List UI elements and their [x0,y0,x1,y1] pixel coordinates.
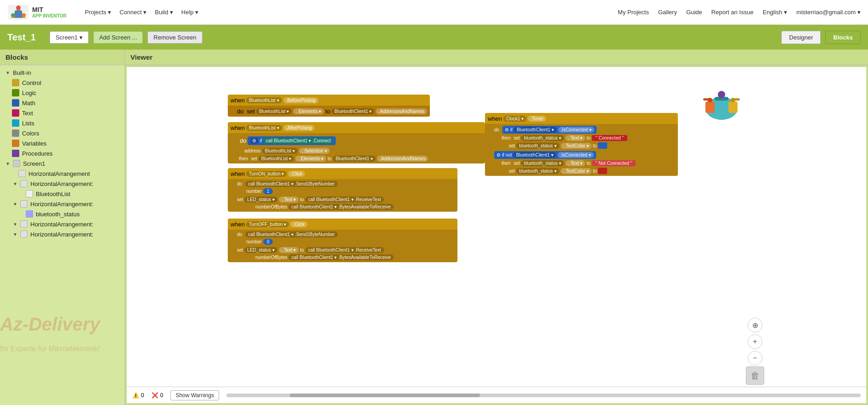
sidebar: Blocks ▼ Built-in Control Logic Math [0,50,125,405]
logo-text: MIT APP INVENTOR [32,6,67,18]
ha3-label: HorizontalArrangement: [30,201,93,208]
screen1-expand-icon: ▼ [5,160,11,167]
error-icon: ❌ [152,392,158,399]
zoom-reset-button[interactable]: ⊕ [748,318,762,332]
nav-links: Projects ▾ Connect ▾ Build ▾ Help ▾ [85,9,609,16]
sidebar-item-procedures[interactable]: Procedures [9,148,123,158]
sidebar-builtin-toggle[interactable]: ▼ Built-in [2,68,123,78]
warning-icon: ⚠️ [132,392,139,399]
horizontal-scrollbar[interactable] [226,394,861,397]
zoom-out-button[interactable]: − [748,351,762,366]
remove-screen-button[interactable]: Remove Screen [147,31,202,44]
viewer-canvas[interactable]: when BluetoothList ▾ .BeforePicking do s… [127,67,866,403]
nav-user[interactable]: misterriao@gmail.com ▾ [796,9,861,16]
nav-right: My Projects Gallery Guide Report an Issu… [618,9,861,16]
nav-guide[interactable]: Guide [686,9,702,16]
sidebar-ha2-toggle[interactable]: ▼ HorizontalArrangement: [9,179,123,189]
sidebar-item-lists[interactable]: Lists [9,118,123,128]
sidebar-item-logic[interactable]: Logic [9,88,123,98]
svg-point-13 [718,91,725,98]
svg-point-5 [22,13,26,17]
sidebar-header: Blocks [0,50,124,65]
ha4-icon [20,220,28,228]
ha5-expand-icon: ▼ [12,231,18,237]
trash-button[interactable]: 🗑 [746,366,764,385]
viewer-header: Viewer [125,50,868,65]
block-after-picking[interactable]: when BluetoothList ▾ .AfterPicking do ⚙ … [228,122,485,163]
screen1-label: Screen1 [23,160,45,167]
block-before-picking[interactable]: when BluetoothList ▾ .BeforePicking do s… [228,95,430,117]
blocks-inner: when BluetoothList ▾ .BeforePicking do s… [127,67,770,388]
sidebar-screen1-toggle[interactable]: ▼ Screen1 [2,158,123,169]
nav-my-projects[interactable]: My Projects [618,9,649,16]
sidebar-item-text[interactable]: Text [9,108,123,118]
warnings-badge: ⚠️ 0 [132,392,144,399]
project-title: Test_1 [7,32,36,43]
text-label: Text [22,110,33,117]
ha3-icon [20,200,28,208]
nav-language[interactable]: English ▾ [763,9,787,16]
logic-icon [12,89,19,96]
bt-list-icon [26,190,33,197]
blocks-button[interactable]: Blocks [825,31,861,44]
ha5-icon [20,231,28,238]
block-clock-timer[interactable]: when Clock1 ▾ .Timer do ⚙ if BluetoothCl… [485,113,678,176]
ha2-label: HorizontalArrangement: [30,180,93,187]
nav-report-issue[interactable]: Report an Issue [711,9,754,16]
blocks-workspace[interactable]: when BluetoothList ▾ .BeforePicking do s… [127,67,866,403]
sidebar-ha5[interactable]: ▼ HorizontalArrangement: [9,229,123,239]
svg-rect-10 [728,101,738,113]
app-logo-image [701,81,742,122]
zoom-in-button[interactable]: + [748,334,762,349]
procedures-label: Procedures [22,150,52,157]
designer-button[interactable]: Designer [781,31,821,44]
math-icon [12,99,19,107]
logo: MIT APP INVENTOR [7,1,67,23]
bottom-bar: ⚠️ 0 ❌ 0 Show Warnings [127,387,866,403]
ha3-children: bluetooth_status [17,209,123,219]
sidebar-bluetooth-list[interactable]: BluetoothList [17,189,123,199]
add-screen-button[interactable]: Add Screen ... [93,31,143,44]
svg-point-4 [11,13,15,17]
svg-rect-9 [705,101,715,113]
zoom-controls: ⊕ + − [748,318,762,366]
block-turnoff[interactable]: when TurnOFF_button ▾ .Click do call Blu… [228,219,457,262]
sidebar-builtin-label: Built-in [13,69,31,76]
nav-gallery[interactable]: Gallery [658,9,677,16]
errors-badge: ❌ 0 [152,392,163,399]
screen1-items: HorizontalArrangement ▼ HorizontalArrang… [9,169,123,239]
bt-status-icon [26,210,33,218]
variables-icon [12,140,19,147]
nav-help[interactable]: Help ▾ [181,9,198,16]
sidebar-item-variables[interactable]: Variables [9,138,123,148]
errors-count: 0 [160,392,163,399]
ha2-children: BluetoothList [17,189,123,199]
nav-projects[interactable]: Projects ▾ [85,9,112,16]
sidebar-ha1[interactable]: HorizontalArrangement [9,169,123,179]
lists-icon [12,119,19,127]
show-warnings-button[interactable]: Show Warnings [170,390,219,400]
sidebar-ha3-toggle[interactable]: ▼ HorizontalArrangement: [9,199,123,209]
block-turnon[interactable]: when TurnON_button ▾ .Click do call Blue… [228,168,457,212]
bt-status-label: bluetooth_status [36,211,79,218]
ha2-expand-icon: ▼ [12,180,18,187]
builtin-items: Control Logic Math Text Lists [9,78,123,158]
screen-selector[interactable]: Screen1 ▾ [50,31,89,44]
colors-icon [12,129,19,137]
sidebar-item-control[interactable]: Control [9,78,123,88]
logic-label: Logic [22,90,36,96]
sidebar-item-math[interactable]: Math [9,98,123,108]
top-nav: MIT APP INVENTOR Projects ▾ Connect ▾ Bu… [0,0,868,25]
sidebar-item-colors[interactable]: Colors [9,128,123,138]
svg-point-3 [16,6,21,10]
sidebar-ha4[interactable]: ▼ HorizontalArrangement: [9,219,123,229]
sidebar-bt-status[interactable]: bluetooth_status [17,209,123,219]
ha4-expand-icon: ▼ [12,221,18,227]
nav-build[interactable]: Build ▾ [155,9,173,16]
svg-point-15 [731,98,735,102]
main-content: Blocks ▼ Built-in Control Logic Math [0,50,868,405]
nav-connect[interactable]: Connect ▾ [119,9,147,16]
scrollbar-thumb[interactable] [290,394,480,397]
ha3-expand-icon: ▼ [12,201,18,207]
toolbar: Test_1 Screen1 ▾ Add Screen ... Remove S… [0,25,868,50]
